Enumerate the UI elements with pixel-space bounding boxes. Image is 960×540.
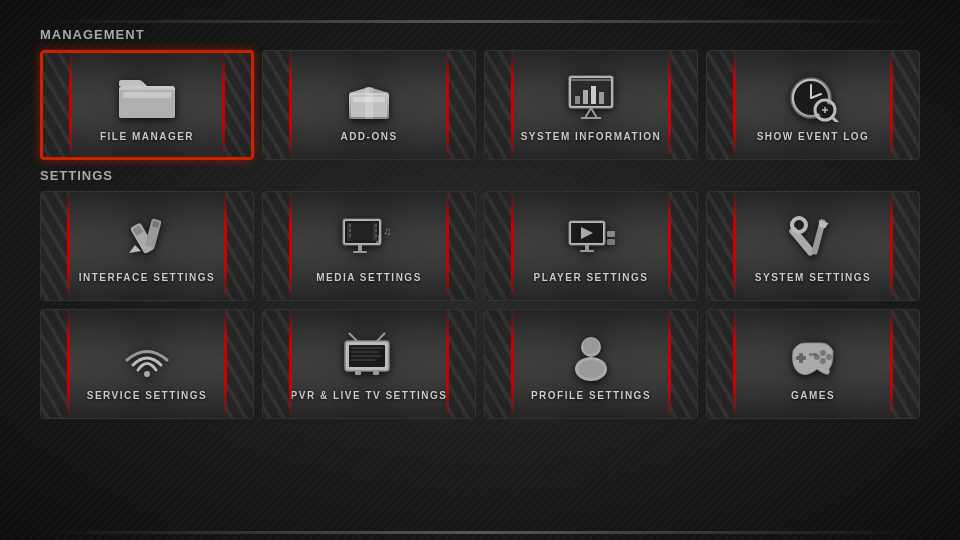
svg-rect-71 [796, 356, 806, 360]
menu-item-player-settings[interactable]: PLAYER SETTINGS [484, 191, 698, 301]
right-panel [225, 192, 253, 300]
top-decorative-bar [40, 20, 920, 23]
svg-rect-76 [809, 353, 813, 356]
right-accent [890, 310, 893, 418]
svg-rect-41 [349, 234, 351, 237]
svg-text:♫: ♫ [383, 225, 391, 237]
left-accent [733, 310, 736, 418]
file-manager-label: FILE MANAGER [100, 131, 194, 142]
show-event-log-icon [781, 71, 845, 123]
profile-settings-label: PROFILE SETTINGS [531, 390, 651, 401]
svg-rect-6 [353, 97, 385, 102]
svg-rect-11 [591, 86, 596, 104]
system-settings-label: SYSTEM SETTINGS [755, 272, 871, 283]
content-area: Management [40, 27, 920, 527]
svg-rect-9 [575, 96, 580, 104]
right-accent [222, 53, 225, 157]
left-accent [511, 192, 514, 300]
svg-rect-32 [358, 245, 362, 251]
svg-point-73 [826, 354, 832, 360]
management-grid: FILE MANAGER [40, 50, 920, 160]
right-accent [668, 310, 671, 418]
svg-point-53 [792, 218, 806, 232]
right-panel [891, 310, 919, 418]
svg-rect-51 [607, 239, 615, 245]
add-ons-label: ADD-ONS [340, 131, 397, 142]
svg-rect-2 [123, 92, 171, 98]
system-information-label: SYSTEM INFORMATION [521, 131, 662, 142]
main-frame: Management [0, 0, 960, 540]
svg-rect-12 [599, 92, 604, 104]
player-settings-icon [559, 212, 623, 264]
right-accent [668, 192, 671, 300]
add-ons-icon [337, 71, 401, 123]
right-accent [446, 192, 449, 300]
menu-item-media-settings[interactable]: ♪ ♫ MEDIA SETTINGS [262, 191, 476, 301]
games-label: GAMES [791, 390, 835, 401]
right-accent [224, 192, 227, 300]
menu-item-pvr-settings[interactable]: PVR & LIVE TV SETTINGS [262, 309, 476, 419]
bottom-decorative-bar [40, 531, 920, 534]
svg-point-55 [144, 371, 150, 377]
right-accent [224, 310, 227, 418]
right-panel [891, 51, 919, 159]
interface-settings-icon [115, 212, 179, 264]
right-accent [668, 51, 671, 159]
svg-point-72 [820, 350, 826, 356]
media-settings-label: MEDIA SETTINGS [316, 272, 422, 283]
show-event-log-label: SHOW EVENT LOG [757, 131, 870, 142]
left-accent [289, 51, 292, 159]
right-panel [669, 192, 697, 300]
svg-rect-63 [351, 351, 379, 353]
svg-rect-49 [580, 250, 594, 252]
interface-settings-label: INTERFACE SETTINGS [79, 272, 215, 283]
right-panel [223, 53, 251, 157]
menu-item-show-event-log[interactable]: SHOW EVENT LOG [706, 50, 920, 160]
svg-rect-48 [585, 245, 589, 250]
left-accent [69, 53, 72, 157]
menu-item-games[interactable]: GAMES [706, 309, 920, 419]
left-accent [289, 192, 292, 300]
left-accent [289, 310, 292, 418]
settings-section-label: Settings [40, 168, 920, 183]
svg-rect-42 [375, 224, 377, 227]
svg-rect-5 [365, 87, 373, 119]
left-accent [511, 51, 514, 159]
file-manager-icon [115, 71, 179, 123]
settings2-grid: SERVICE SETTINGS [40, 309, 920, 419]
games-icon [781, 330, 845, 382]
left-accent [511, 310, 514, 418]
left-accent [67, 310, 70, 418]
svg-rect-44 [375, 234, 377, 237]
svg-rect-36 [347, 223, 377, 241]
menu-item-system-settings[interactable]: SYSTEM SETTINGS [706, 191, 920, 301]
system-settings-icon [781, 212, 845, 264]
left-accent [67, 192, 70, 300]
svg-line-14 [591, 108, 597, 118]
pvr-settings-label: PVR & LIVE TV SETTINGS [291, 390, 448, 401]
player-settings-label: PLAYER SETTINGS [534, 272, 649, 283]
right-panel [447, 51, 475, 159]
svg-rect-43 [375, 229, 377, 232]
svg-point-74 [820, 358, 826, 364]
management-section-label: Management [40, 27, 920, 42]
svg-point-69 [578, 360, 604, 378]
menu-item-service-settings[interactable]: SERVICE SETTINGS [40, 309, 254, 419]
service-settings-label: SERVICE SETTINGS [87, 390, 208, 401]
svg-rect-39 [349, 224, 351, 227]
menu-item-system-information[interactable]: SYSTEM INFORMATION [484, 50, 698, 160]
menu-item-profile-settings[interactable]: PROFILE SETTINGS [484, 309, 698, 419]
menu-item-interface-settings[interactable]: INTERFACE SETTINGS [40, 191, 254, 301]
svg-line-13 [585, 108, 591, 118]
settings-grid: INTERFACE SETTINGS ♪ [40, 191, 920, 301]
menu-item-add-ons[interactable]: ADD-ONS [262, 50, 476, 160]
right-accent [890, 51, 893, 159]
menu-item-file-manager[interactable]: FILE MANAGER [40, 50, 254, 160]
svg-rect-33 [353, 251, 367, 253]
svg-rect-10 [583, 90, 588, 104]
right-panel [225, 310, 253, 418]
svg-line-23 [832, 117, 838, 122]
svg-rect-64 [351, 355, 381, 357]
right-accent [446, 310, 449, 418]
left-accent [733, 192, 736, 300]
